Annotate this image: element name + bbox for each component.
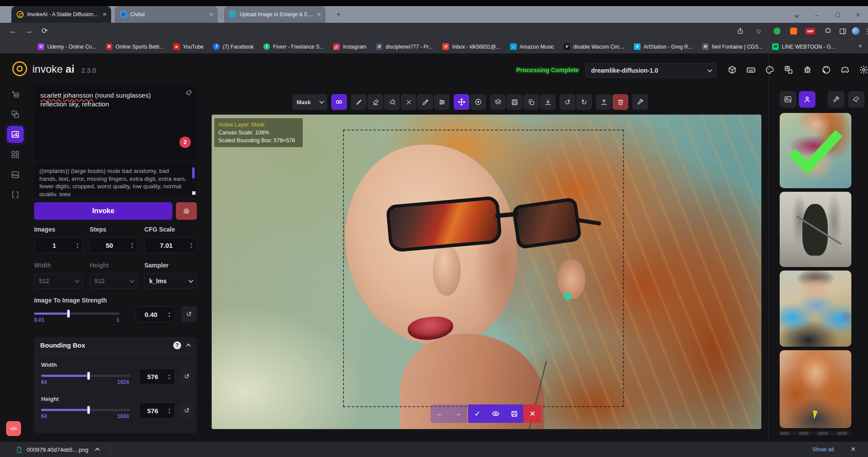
stepper[interactable]: ▲▼ bbox=[188, 242, 195, 249]
upload-image-button[interactable] bbox=[596, 94, 612, 110]
window-close-button[interactable]: ✕ bbox=[851, 10, 864, 20]
side-panel-icon[interactable] bbox=[837, 26, 848, 36]
bookmark-sports[interactable]: BOnline Sports Betti... bbox=[106, 43, 164, 50]
copy-to-clipboard-button[interactable] bbox=[523, 94, 539, 110]
show-all-downloads-link[interactable]: Show all bbox=[812, 446, 834, 453]
tab-nodes[interactable] bbox=[7, 146, 24, 163]
tab-close-icon[interactable]: ✕ bbox=[317, 11, 321, 18]
discard-image-button[interactable]: ✕ bbox=[523, 404, 542, 423]
sampler-select[interactable]: k_lms bbox=[144, 273, 197, 289]
bookmark-webtoon[interactable]: WLINE WEBTOON - G... bbox=[772, 43, 835, 50]
pin-icon[interactable] bbox=[186, 89, 192, 98]
tab-upload-image[interactable]: Upload Image to Enlarge & Enh ✕ bbox=[224, 6, 326, 23]
undo-button[interactable]: ↺ bbox=[560, 94, 575, 110]
gallery-user-tab[interactable] bbox=[799, 91, 816, 108]
redo-button[interactable]: ↻ bbox=[576, 94, 592, 110]
bounding-box-overlay[interactable] bbox=[343, 130, 624, 407]
bookmark-disciple[interactable]: ddisciplenei777 - Pr... bbox=[376, 43, 433, 50]
back-button[interactable]: ← bbox=[7, 25, 19, 37]
brush-tool-button[interactable] bbox=[351, 94, 367, 110]
forward-button[interactable]: → bbox=[23, 25, 35, 37]
download-menu-chevron-icon[interactable] bbox=[95, 448, 100, 453]
invoke-button[interactable]: Invoke bbox=[34, 202, 172, 220]
window-maximize-button[interactable] bbox=[831, 10, 844, 20]
download-item[interactable]: 000979.40d74eb5....png bbox=[16, 442, 100, 457]
merge-layers-button[interactable] bbox=[490, 94, 506, 110]
settings-gear-icon[interactable] bbox=[858, 64, 868, 75]
model-select[interactable]: dreamlike-diffusion-1.0 bbox=[585, 63, 717, 78]
tab-text-to-image[interactable] bbox=[7, 86, 24, 102]
stepper[interactable]: ▲▼ bbox=[166, 373, 173, 380]
extensions-puzzle-icon[interactable] bbox=[822, 26, 833, 36]
show-hide-eye-button[interactable] bbox=[486, 404, 505, 423]
clear-canvas-trash-button[interactable] bbox=[612, 94, 628, 110]
color-picker-button[interactable] bbox=[417, 94, 433, 110]
bookmark-wacom[interactable]: Vdisable Wacom Circ... bbox=[564, 43, 624, 50]
bbox-width-slider[interactable] bbox=[41, 375, 130, 377]
tab-close-icon[interactable]: ✕ bbox=[102, 11, 107, 18]
hotkeys-keyboard-icon[interactable] bbox=[745, 64, 756, 75]
cancel-button[interactable]: ⊗ bbox=[176, 202, 197, 220]
collapse-chevron-icon[interactable] bbox=[186, 343, 191, 348]
stepper[interactable]: ▲▼ bbox=[129, 242, 136, 249]
download-image-button[interactable] bbox=[540, 94, 556, 110]
github-icon[interactable] bbox=[820, 64, 832, 75]
discord-icon[interactable] bbox=[839, 64, 850, 75]
bbox-width-reset-button[interactable]: ↺ bbox=[179, 369, 194, 384]
clear-mask-button[interactable] bbox=[401, 94, 416, 110]
bbox-height-slider[interactable] bbox=[41, 409, 130, 411]
gallery-pin-button[interactable] bbox=[848, 91, 864, 108]
gallery-images-tab[interactable] bbox=[780, 91, 796, 108]
theme-palette-icon[interactable] bbox=[764, 64, 775, 75]
bookmarks-overflow-icon[interactable]: » bbox=[858, 42, 862, 49]
extension-orange-icon[interactable] bbox=[788, 26, 799, 36]
gallery-settings-wrench-button[interactable] bbox=[828, 91, 844, 108]
mask-options-button[interactable] bbox=[331, 94, 347, 110]
accept-image-button[interactable]: ✓ bbox=[468, 404, 486, 423]
height-select[interactable]: 512 bbox=[90, 273, 138, 289]
new-tab-button[interactable]: + bbox=[333, 9, 344, 20]
reset-view-button[interactable] bbox=[470, 94, 486, 110]
report-bug-icon[interactable] bbox=[802, 64, 813, 75]
fill-eraser-button[interactable] bbox=[384, 94, 400, 110]
previous-image-button[interactable]: ← bbox=[430, 404, 449, 423]
move-tool-button[interactable] bbox=[454, 94, 469, 110]
bbox-height-reset-button[interactable]: ↺ bbox=[179, 403, 194, 418]
strength-reset-button[interactable]: ↺ bbox=[181, 306, 197, 322]
model-manager-cube-icon[interactable] bbox=[726, 64, 738, 75]
tab-civitai[interactable]: Civitai ✕ bbox=[115, 6, 218, 23]
strength-input[interactable]: 0.40 ▲▼ bbox=[136, 306, 175, 322]
share-icon[interactable] bbox=[735, 26, 746, 36]
tab-training[interactable] bbox=[7, 186, 24, 203]
bookmark-fiverr[interactable]: fFiverr - Freelance S... bbox=[263, 43, 324, 50]
slider-thumb[interactable] bbox=[88, 406, 90, 414]
tool-options-button[interactable] bbox=[434, 94, 450, 110]
eraser-tool-button[interactable] bbox=[368, 94, 383, 110]
steps-input[interactable]: 50 ▲▼ bbox=[90, 237, 138, 253]
width-select[interactable]: 512 bbox=[34, 273, 83, 289]
reload-button[interactable]: ⟳ bbox=[38, 25, 51, 37]
strength-slider[interactable] bbox=[34, 313, 119, 315]
cfg-scale-input[interactable]: 7.01 ▲▼ bbox=[144, 237, 197, 253]
bbox-height-input[interactable]: 576 ▲▼ bbox=[139, 403, 175, 418]
bookmark-youtube[interactable]: ▶YouTube bbox=[173, 43, 203, 50]
bookmark-instagram[interactable]: ◎Instagram bbox=[333, 43, 366, 50]
negative-prompt-input[interactable]: ((implants)) (large boobs) nude bad anat… bbox=[34, 164, 197, 196]
bounding-box-header[interactable]: Bounding Box ? bbox=[34, 337, 197, 354]
save-to-gallery-button[interactable] bbox=[507, 94, 522, 110]
resize-handle[interactable] bbox=[192, 191, 196, 195]
tab-search-chevron-icon[interactable] bbox=[790, 10, 803, 20]
stepper[interactable]: ▲▼ bbox=[166, 311, 173, 318]
canvas-image[interactable]: Active Layer: Mask Canvas Scale: 108% Sc… bbox=[212, 115, 761, 429]
language-translate-icon[interactable] bbox=[783, 64, 794, 75]
extension-grammarly-icon[interactable] bbox=[772, 26, 782, 36]
tab-unified-canvas[interactable] bbox=[7, 126, 24, 143]
slider-thumb[interactable] bbox=[88, 372, 90, 380]
images-input[interactable]: 1 ▲▼ bbox=[34, 237, 83, 253]
gallery-thumbnail-selected[interactable] bbox=[780, 113, 851, 188]
scrollbar-thumb[interactable] bbox=[192, 167, 195, 179]
stepper[interactable]: ▲▼ bbox=[166, 408, 173, 414]
next-image-button[interactable]: → bbox=[449, 404, 467, 423]
layer-select[interactable]: Mask bbox=[292, 94, 327, 110]
tab-invokeai[interactable]: InvokeAI - A Stable Diffusion Too ✕ bbox=[11, 6, 111, 23]
